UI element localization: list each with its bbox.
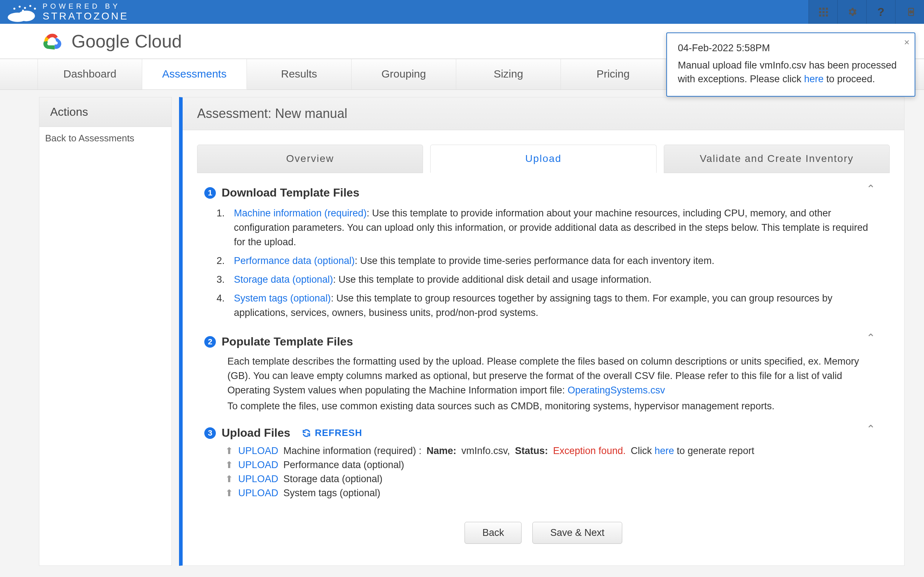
storage-data-link[interactable]: Storage data (optional) xyxy=(234,274,333,285)
nav-tab-pricing[interactable]: Pricing xyxy=(561,59,666,89)
step-3-title: Upload Files xyxy=(221,426,290,440)
sidebar-title: Actions xyxy=(39,97,171,127)
step-1-section: ⌃ 1 Download Template Files Machine info… xyxy=(183,173,904,322)
step-1-title: Download Template Files xyxy=(221,186,360,200)
svg-point-5 xyxy=(29,5,31,7)
step-3-number: 3 xyxy=(204,427,216,439)
toast-message: Manual upload file vmInfo.csv has been p… xyxy=(678,58,904,86)
svg-point-1 xyxy=(18,10,35,21)
upload-icon: ⬆ xyxy=(225,474,233,485)
step-1-number: 1 xyxy=(204,187,216,199)
svg-rect-9 xyxy=(822,8,824,10)
logout-icon[interactable] xyxy=(895,0,924,24)
upload-row-storage: ⬆ UPLOAD Storage data (optional) xyxy=(225,472,875,486)
stratozone-cloud-icon xyxy=(5,1,38,23)
subtab-validate[interactable]: Validate and Create Inventory xyxy=(664,145,890,173)
svg-rect-11 xyxy=(819,11,821,13)
upload-label: Storage data (optional) xyxy=(283,474,383,485)
top-bar: POWERED BY STRATOZONE ? xyxy=(0,0,924,24)
template-list: Machine information (required): Use this… xyxy=(224,204,875,322)
file-name: vmInfo.csv, xyxy=(461,445,510,456)
toast-here-link[interactable]: here xyxy=(804,74,824,84)
status-value: Exception found. xyxy=(553,445,625,456)
upload-link-tags[interactable]: UPLOAD xyxy=(238,488,278,499)
nav-tab-assessments[interactable]: Assessments xyxy=(142,59,247,89)
operating-systems-link[interactable]: OperatingSystems.csv xyxy=(568,385,665,396)
content-subtabs: Overview Upload Validate and Create Inve… xyxy=(183,130,904,173)
upload-link-machine[interactable]: UPLOAD xyxy=(238,445,278,456)
svg-rect-13 xyxy=(826,11,828,13)
save-next-button[interactable]: Save & Next xyxy=(532,522,622,544)
upload-icon: ⬆ xyxy=(225,459,233,471)
google-cloud-icon xyxy=(40,31,65,52)
chevron-up-icon[interactable]: ⌃ xyxy=(866,182,875,195)
refresh-button[interactable]: REFRESH xyxy=(302,427,362,438)
nav-tab-sizing[interactable]: Sizing xyxy=(456,59,561,89)
upload-link-performance[interactable]: UPLOAD xyxy=(238,459,278,471)
nav-tab-results[interactable]: Results xyxy=(247,59,352,89)
chevron-up-icon[interactable]: ⌃ xyxy=(866,331,875,344)
svg-rect-15 xyxy=(822,15,824,16)
step-2-number: 2 xyxy=(204,336,216,348)
click-text: Click here to generate report xyxy=(630,445,754,456)
svg-point-2 xyxy=(13,8,16,10)
template-item-tags: System tags (optional): Use this templat… xyxy=(224,289,875,322)
template-item-machine: Machine information (required): Use this… xyxy=(224,204,875,251)
help-icon[interactable]: ? xyxy=(866,0,895,24)
upload-link-storage[interactable]: UPLOAD xyxy=(238,474,278,485)
machine-info-link[interactable]: Machine information (required) xyxy=(234,208,367,219)
upload-label: System tags (optional) xyxy=(283,488,380,499)
stratozone-text: POWERED BY STRATOZONE xyxy=(43,2,129,22)
svg-rect-16 xyxy=(826,15,828,16)
svg-rect-10 xyxy=(826,8,828,10)
step-3-section: ⌃ 3 Upload Files REFRESH ⬆ UPLOAD Machin… xyxy=(183,413,904,500)
step-2-para-2: To complete the files, use common existi… xyxy=(228,397,875,413)
actions-sidebar: Actions Back to Assessments xyxy=(39,97,172,566)
notification-toast: × 04-Feb-2022 5:58PM Manual upload file … xyxy=(666,32,915,97)
nav-tab-grouping[interactable]: Grouping xyxy=(352,59,456,89)
assessment-title: Assessment: New manual xyxy=(183,97,904,130)
svg-point-4 xyxy=(24,7,26,9)
performance-data-link[interactable]: Performance data (optional) xyxy=(234,255,355,266)
upload-icon: ⬆ xyxy=(225,445,233,456)
upload-label: Performance data (optional) xyxy=(283,459,404,471)
step-2-title: Populate Template Files xyxy=(221,335,353,348)
button-row: Back Save & Next xyxy=(183,522,904,544)
upload-label: Machine information (required) : xyxy=(283,445,422,456)
powered-by-label: POWERED BY xyxy=(43,2,129,10)
chevron-up-icon[interactable]: ⌃ xyxy=(866,423,875,435)
template-item-performance: Performance data (optional): Use this te… xyxy=(224,251,875,270)
gear-icon[interactable] xyxy=(837,0,866,24)
apps-icon[interactable] xyxy=(809,0,837,24)
svg-point-3 xyxy=(19,6,21,8)
step-2-para-1: Each template describes the formatting u… xyxy=(228,353,875,397)
subtab-upload[interactable]: Upload xyxy=(430,145,656,173)
upload-row-performance: ⬆ UPLOAD Performance data (optional) xyxy=(225,458,875,472)
google-cloud-text: Google Cloud xyxy=(71,31,182,52)
refresh-icon xyxy=(302,429,311,438)
upload-row-tags: ⬆ UPLOAD System tags (optional) xyxy=(225,486,875,500)
nav-tab-dashboard[interactable]: Dashboard xyxy=(37,59,142,89)
step-2-section: ⌃ 2 Populate Template Files Each templat… xyxy=(183,322,904,413)
svg-rect-14 xyxy=(819,15,821,16)
toast-timestamp: 04-Feb-2022 5:58PM xyxy=(678,41,904,55)
brand-name: STRATOZONE xyxy=(43,10,129,22)
generate-report-link[interactable]: here xyxy=(654,445,674,456)
back-to-assessments-link[interactable]: Back to Assessments xyxy=(39,127,171,150)
svg-rect-12 xyxy=(822,11,824,13)
name-label: Name: xyxy=(426,445,457,456)
system-tags-link[interactable]: System tags (optional) xyxy=(234,293,331,304)
subtab-overview[interactable]: Overview xyxy=(197,145,423,173)
content-panel: Assessment: New manual Overview Upload V… xyxy=(179,97,905,566)
svg-rect-8 xyxy=(819,8,821,10)
main-area: Actions Back to Assessments Assessment: … xyxy=(0,90,924,566)
upload-icon: ⬆ xyxy=(225,488,233,499)
upload-row-machine: ⬆ UPLOAD Machine information (required) … xyxy=(225,444,875,458)
topbar-actions: ? xyxy=(809,0,924,24)
svg-point-6 xyxy=(34,8,36,10)
status-label: Status: xyxy=(515,445,548,456)
template-item-storage: Storage data (optional): Use this templa… xyxy=(224,270,875,289)
close-icon[interactable]: × xyxy=(904,35,909,49)
back-button[interactable]: Back xyxy=(465,522,522,544)
svg-point-7 xyxy=(22,10,24,12)
